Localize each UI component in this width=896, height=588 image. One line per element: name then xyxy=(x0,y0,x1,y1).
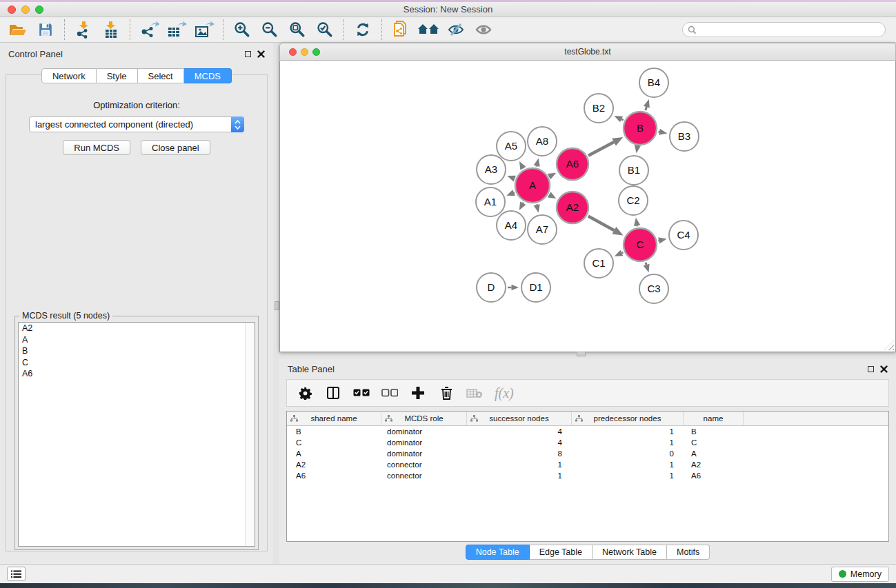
graph-edge-arrow-icon[interactable] xyxy=(615,116,623,122)
graph-edge-arrow-icon[interactable] xyxy=(644,264,650,272)
network-canvas[interactable]: B4B2BB3A5A8A6A3B1AC2A1A2A4A7CC4C1C3DD1 xyxy=(279,61,896,352)
graph-node-label[interactable]: D1 xyxy=(529,281,542,293)
settings-gear-button[interactable] xyxy=(295,383,315,403)
task-history-button[interactable] xyxy=(7,567,26,581)
show-all-button[interactable] xyxy=(470,19,497,41)
graph-node-label[interactable]: C2 xyxy=(626,194,639,206)
delete-table-button[interactable] xyxy=(465,383,484,403)
mcds-result-item[interactable]: B xyxy=(19,345,255,357)
float-panel-icon[interactable] xyxy=(245,51,251,57)
graph-node-label[interactable]: A4 xyxy=(505,219,517,231)
graph-edge[interactable] xyxy=(621,252,623,253)
graph-node-label[interactable]: A xyxy=(529,179,536,191)
list-scrollbar[interactable] xyxy=(245,323,255,546)
tab-select[interactable]: Select xyxy=(138,68,184,83)
search-input[interactable] xyxy=(697,25,880,34)
graph-node-label[interactable]: A3 xyxy=(485,163,497,175)
close-panel-button[interactable]: Close panel xyxy=(141,140,210,155)
zoom-out-button[interactable] xyxy=(256,19,283,41)
delete-column-button[interactable] xyxy=(437,383,456,403)
graph-node-label[interactable]: B3 xyxy=(678,130,690,142)
network-graph[interactable]: B4B2BB3A5A8A6A3B1AC2A1A2A4A7CC4C1C3DD1 xyxy=(280,61,895,352)
graph-node-label[interactable]: A2 xyxy=(566,201,579,213)
graph-node-label[interactable]: A6 xyxy=(566,158,579,170)
close-view-button[interactable] xyxy=(289,48,297,56)
graph-edge-arrow-icon[interactable] xyxy=(512,285,519,291)
open-file-button[interactable] xyxy=(4,19,32,41)
graph-edge-arrow-icon[interactable] xyxy=(659,129,667,135)
graph-edge[interactable] xyxy=(621,119,624,120)
toolbar-search[interactable] xyxy=(682,22,886,37)
mcds-result-list[interactable]: A2ABCA6 xyxy=(18,322,255,547)
column-header-successor-nodes[interactable]: successor nodes xyxy=(467,412,572,425)
graph-node-label[interactable]: D xyxy=(488,281,495,293)
hide-selected-button[interactable] xyxy=(442,19,470,41)
column-header-predecessor-nodes[interactable]: predecessor nodes xyxy=(572,412,684,425)
duplicate-network-button[interactable] xyxy=(387,19,415,41)
graph-edge-arrow-icon[interactable] xyxy=(635,145,641,153)
table-row[interactable]: A2connector11A2 xyxy=(287,459,888,470)
tab-network[interactable]: Network xyxy=(41,68,97,83)
graph-edge-arrow-icon[interactable] xyxy=(615,250,624,256)
tab-edge-table[interactable]: Edge Table xyxy=(530,545,593,560)
import-network-button[interactable] xyxy=(70,19,97,41)
tab-node-table[interactable]: Node Table xyxy=(466,545,530,560)
graph-node-label[interactable]: A8 xyxy=(536,135,548,147)
save-session-button[interactable] xyxy=(32,19,59,41)
graph-node-label[interactable]: C4 xyxy=(677,229,690,241)
home-layout-button[interactable] xyxy=(415,19,442,41)
panel-splitter-handle[interactable] xyxy=(577,352,586,356)
graph-node-label[interactable]: C1 xyxy=(592,257,605,269)
mcds-result-item[interactable]: A xyxy=(19,334,255,346)
export-image-button[interactable] xyxy=(190,19,218,41)
export-table-button[interactable] xyxy=(163,19,190,41)
mcds-result-item[interactable]: A6 xyxy=(19,368,255,380)
graph-node-label[interactable]: B2 xyxy=(593,102,605,114)
graph-node-label[interactable]: C xyxy=(637,239,644,250)
run-mcds-button[interactable]: Run MCDS xyxy=(63,140,130,155)
close-window-button[interactable] xyxy=(8,6,16,14)
node-table[interactable]: shared nameMCDS rolesuccessor nodesprede… xyxy=(286,411,889,542)
graph-node-label[interactable]: B4 xyxy=(648,77,660,88)
tab-mcds[interactable]: MCDS xyxy=(184,68,232,83)
graph-edge-arrow-icon[interactable] xyxy=(658,237,666,243)
import-table-button[interactable] xyxy=(97,19,125,41)
close-panel-icon[interactable] xyxy=(880,365,888,373)
tab-style[interactable]: Style xyxy=(97,68,138,83)
graph-node-label[interactable]: C3 xyxy=(647,283,660,294)
column-header-name[interactable]: name xyxy=(684,412,744,425)
table-row[interactable]: A6connector11A6 xyxy=(287,470,888,481)
table-row[interactable]: Cdominator41C xyxy=(287,437,888,448)
graph-edge[interactable] xyxy=(646,107,647,110)
graph-edge-arrow-icon[interactable] xyxy=(506,190,515,196)
graph-edge-arrow-icon[interactable] xyxy=(534,204,540,212)
function-builder-button[interactable]: f(x) xyxy=(493,383,514,403)
tab-motifs[interactable]: Motifs xyxy=(667,545,710,560)
show-columns-button[interactable] xyxy=(323,383,343,403)
graph-edge[interactable] xyxy=(588,142,614,156)
tab-network-table[interactable]: Network Table xyxy=(593,545,667,560)
graph-node-label[interactable]: B xyxy=(637,122,644,134)
graph-edge-arrow-icon[interactable] xyxy=(534,158,540,166)
zoom-view-button[interactable] xyxy=(312,48,320,56)
zoom-window-button[interactable] xyxy=(35,6,43,14)
table-row[interactable]: Adominator80A xyxy=(287,448,888,459)
optimization-criterion-select[interactable]: largest connected component (directed) xyxy=(29,116,244,132)
graph-edge[interactable] xyxy=(523,203,524,203)
memory-button[interactable]: Memory xyxy=(831,567,889,582)
graph-edge-arrow-icon[interactable] xyxy=(519,202,526,210)
minimize-view-button[interactable] xyxy=(301,48,308,56)
export-network-button[interactable] xyxy=(135,19,163,41)
zoom-selected-button[interactable] xyxy=(311,19,339,41)
mcds-result-item[interactable]: A2 xyxy=(19,323,255,334)
graph-edge-arrow-icon[interactable] xyxy=(507,176,516,182)
column-header-shared-name[interactable]: shared name xyxy=(287,412,381,425)
add-column-button[interactable] xyxy=(408,383,428,403)
graph-edge-arrow-icon[interactable] xyxy=(634,218,640,226)
minimize-window-button[interactable] xyxy=(21,6,30,14)
graph-edge[interactable] xyxy=(588,216,615,231)
table-row[interactable]: Bdominator41B xyxy=(287,426,888,437)
column-header-MCDS-role[interactable]: MCDS role xyxy=(381,412,467,425)
graph-edge[interactable] xyxy=(646,263,646,265)
select-all-button[interactable] xyxy=(352,383,371,403)
